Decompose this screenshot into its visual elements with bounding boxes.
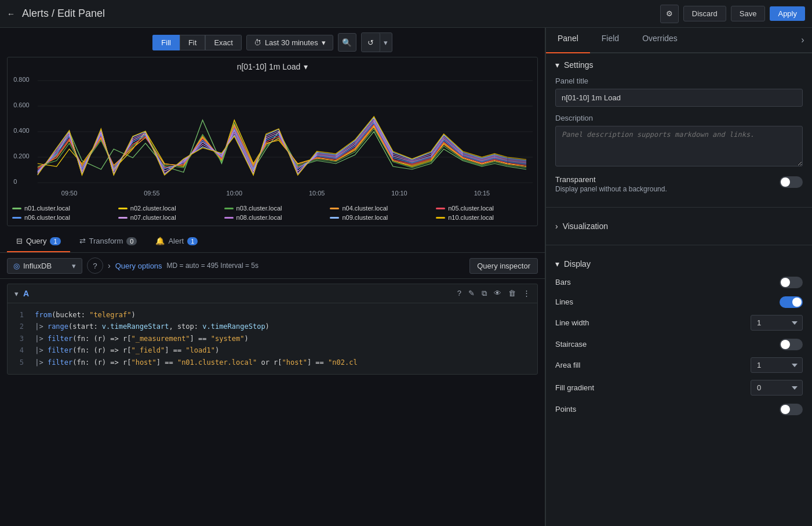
time-range-button[interactable]: ⏱ Last 30 minutes ▾ (246, 35, 333, 50)
gear-icon: ⚙ (666, 9, 673, 18)
legend-color-n08 (224, 217, 234, 219)
bars-label: Bars (555, 278, 571, 286)
apply-button[interactable]: Apply (770, 6, 805, 21)
transparent-desc: Display panel without a background. (555, 185, 667, 193)
code-line-4: 4 |> filter(fn: (r) => r["_field"] == "l… (14, 344, 530, 356)
settings-collapse-icon: ▾ (555, 60, 559, 70)
divider-2 (546, 245, 812, 245)
query-eye-icon[interactable]: 👁 (494, 289, 501, 298)
query-block-a: ▾ A ? ✎ ⧉ 👁 🗑 ⋮ 1 (7, 284, 538, 375)
fill-gradient-select[interactable]: 012 (751, 380, 803, 396)
query-collapse-icon[interactable]: ▾ (14, 289, 19, 298)
query-more-icon[interactable]: ⋮ (523, 289, 530, 298)
query-help-button[interactable]: ? (87, 257, 103, 274)
line-width-label: Line width (555, 318, 589, 327)
query-block-header: ▾ A ? ✎ ⧉ 👁 🗑 ⋮ (8, 284, 537, 303)
settings-section-header[interactable]: ▾ Settings (555, 60, 803, 70)
legend-item-n01: n01.cluster.local (12, 205, 109, 212)
refresh-button[interactable]: ↺ (362, 33, 380, 52)
staircase-toggle[interactable] (780, 339, 803, 350)
tab-field[interactable]: Field (590, 28, 631, 53)
transparent-toggle[interactable] (780, 176, 803, 188)
fill-gradient-row: Fill gradient 012 (555, 380, 803, 396)
area-fill-row: Area fill 120 (555, 357, 803, 373)
legend-color-n09 (330, 217, 339, 219)
bars-toggle[interactable] (780, 277, 803, 288)
points-row: Points (555, 402, 803, 415)
chart-area: 0.800 0.600 0.400 0.200 0 09:50 09:55 10… (12, 74, 533, 201)
tab-overrides[interactable]: Overrides (631, 28, 689, 53)
code-line-1: 1 from(bucket: "telegraf") (14, 309, 530, 321)
legend-item-n06: n06.cluster.local (12, 214, 109, 221)
panel-title-label: Panel title (555, 77, 803, 85)
datasource-chevron-icon: ▾ (72, 262, 76, 270)
topbar-actions: ⚙ Discard Save Apply (660, 5, 805, 23)
legend-color-n03 (224, 208, 234, 209)
legend-item-n09: n09.cluster.local (330, 214, 427, 221)
chevron-down-icon: ▾ (322, 38, 326, 47)
panel-collapse-button[interactable]: › (793, 28, 812, 52)
discard-button[interactable]: Discard (683, 6, 726, 21)
transparent-label: Transparent (555, 175, 667, 184)
fill-button[interactable]: Fill (152, 35, 180, 50)
query-help-icon[interactable]: ? (457, 289, 461, 298)
svg-text:0: 0 (13, 179, 17, 184)
panel-title-input[interactable] (555, 89, 803, 107)
bottom-tabs: ⊟ Query 1 ⇄ Transform 0 🔔 Alert 1 (0, 231, 545, 253)
svg-text:0.800: 0.800 (13, 77, 30, 82)
description-input[interactable] (555, 126, 803, 166)
query-code[interactable]: 1 from(bucket: "telegraf") 2 |> range(st… (8, 303, 537, 374)
query-options-button[interactable]: Query options (115, 262, 162, 270)
staircase-row: Staircase (555, 338, 803, 350)
fit-button[interactable]: Fit (180, 35, 205, 50)
svg-text:10:15: 10:15 (474, 190, 490, 196)
zoom-out-button[interactable]: 🔍 (338, 33, 356, 52)
refresh-icon: ↺ (367, 38, 374, 47)
query-block-actions: ? ✎ ⧉ 👁 🗑 ⋮ (457, 289, 530, 298)
legend-color-n04 (330, 208, 339, 209)
tab-alert[interactable]: 🔔 Alert 1 (146, 231, 207, 252)
code-line-2: 2 |> range(start: v.timeRangeStart, stop… (14, 321, 530, 332)
visualization-expand-icon: › (555, 222, 558, 231)
fill-fit-exact-group: Fill Fit Exact (152, 35, 242, 50)
visualization-section-header[interactable]: › Visualization (555, 222, 803, 231)
legend-color-n10 (436, 217, 445, 219)
exact-button[interactable]: Exact (205, 35, 242, 50)
query-editor: ▾ A ? ✎ ⧉ 👁 🗑 ⋮ 1 (0, 279, 545, 526)
lines-toggle[interactable] (780, 296, 803, 308)
points-toggle[interactable] (780, 404, 803, 415)
svg-text:09:55: 09:55 (144, 190, 160, 196)
chart-svg: 0.800 0.600 0.400 0.200 0 09:50 09:55 10… (12, 74, 533, 201)
query-edit-icon[interactable]: ✎ (468, 289, 475, 298)
code-line-5: 5 |> filter(fn: (r) => r["host"] == "n01… (14, 357, 530, 368)
svg-text:10:10: 10:10 (391, 190, 407, 196)
refresh-chevron-button[interactable]: ▾ (380, 33, 392, 52)
tab-panel[interactable]: Panel (546, 28, 590, 53)
query-inspector-button[interactable]: Query inspector (469, 258, 538, 274)
bars-row: Bars (555, 275, 803, 288)
tab-query[interactable]: ⊟ Query 1 (7, 231, 70, 252)
tab-transform[interactable]: ⇄ Transform 0 (70, 231, 147, 252)
area-fill-label: Area fill (555, 361, 580, 369)
gear-button[interactable]: ⚙ (660, 5, 679, 23)
right-panel: Panel Field Overrides › ▾ Settings Panel… (545, 28, 812, 526)
query-delete-icon[interactable]: 🗑 (508, 289, 516, 298)
svg-text:10:05: 10:05 (309, 190, 325, 196)
query-copy-icon[interactable]: ⧉ (482, 289, 487, 298)
points-label: Points (555, 405, 576, 413)
legend-item-n07: n07.cluster.local (118, 214, 215, 221)
svg-text:0.400: 0.400 (13, 128, 30, 133)
main-layout: Fill Fit Exact ⏱ Last 30 minutes ▾ 🔍 ↺ ▾ (0, 28, 812, 526)
display-section-header[interactable]: ▾ Display (555, 259, 803, 269)
datasource-select[interactable]: ◎ InfluxDB ▾ (7, 258, 82, 274)
area-fill-select[interactable]: 120 (751, 357, 803, 373)
svg-text:0.600: 0.600 (13, 102, 30, 108)
back-button[interactable]: ← (7, 9, 15, 19)
legend-item-n02: n02.cluster.local (118, 205, 215, 212)
legend-color-n06 (12, 217, 21, 219)
clock-icon: ⏱ (254, 38, 261, 47)
datasource-label: InfluxDB (23, 262, 52, 270)
save-button[interactable]: Save (731, 6, 766, 21)
description-field: Description (555, 114, 803, 168)
line-width-select[interactable]: 123 (751, 315, 803, 331)
